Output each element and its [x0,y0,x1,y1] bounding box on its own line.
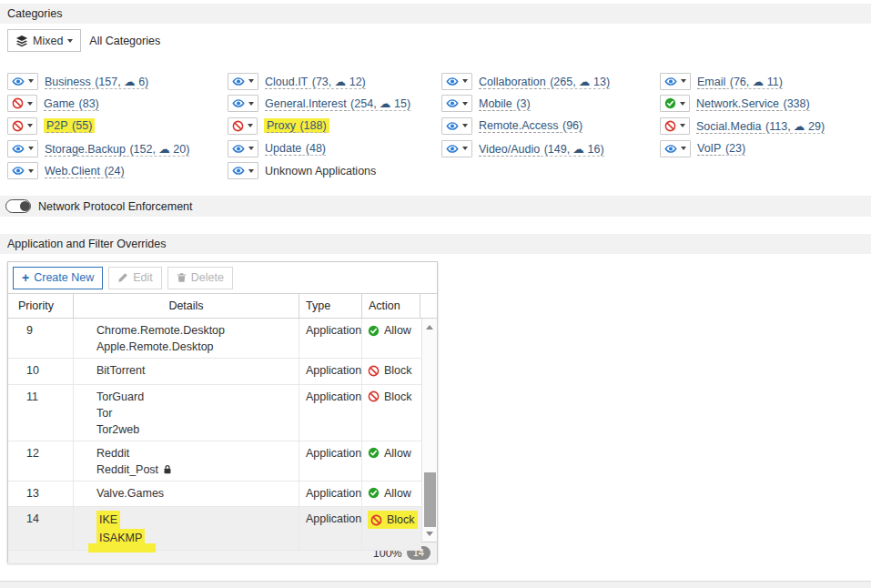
category-action-button-game[interactable] [7,95,37,112]
scrollbar-thumb[interactable] [424,472,436,527]
category-item-web-client: Web.Client (24) [7,159,228,182]
category-action-button-update[interactable] [228,140,258,157]
monitor-icon [12,165,25,177]
action-label: Block [387,512,415,528]
category-label[interactable]: VoIP [697,142,721,156]
overrides-section-header: Application and Filter Overrides [0,234,871,254]
category-count: (96) [560,119,583,133]
chevron-down-icon [680,102,685,106]
category-mode-dropdown[interactable]: Mixed [7,29,81,52]
category-action-button-collaboration[interactable] [441,73,472,90]
network-protocol-enforcement-toggle[interactable] [5,199,31,213]
category-text: Unknown Applications [265,165,376,177]
category-item-storage-backup: Storage.Backup (152, ☁ 20) [7,137,228,160]
category-action-button-storage-backup[interactable] [7,140,38,157]
category-label[interactable]: Storage.Backup [45,143,126,157]
category-mode-summary: All Categories [89,35,160,47]
category-label[interactable]: Update [265,142,301,156]
chevron-down-icon [28,147,34,150]
chevron-down-icon [681,147,686,150]
category-action-button-unknown-applications[interactable] [228,162,258,179]
category-label[interactable]: Proxy [267,119,296,133]
marker-highlight [88,543,156,553]
category-label[interactable]: P2P [46,119,68,133]
table-row-priority-14[interactable]: 14IKEISAKMPApplicationBlock [8,507,421,551]
category-label[interactable]: Email [697,76,725,89]
chevron-down-icon [462,79,468,83]
allow-icon [368,447,380,459]
category-count: (83) [76,97,99,111]
category-label: Unknown Applications [265,165,376,177]
category-label[interactable]: Mobile [479,97,512,111]
category-action-button-video-audio[interactable] [441,140,472,157]
create-new-button[interactable]: + Create New [13,267,103,289]
table-row-priority-10[interactable]: 10BitTorrentApplicationBlock [8,359,421,385]
lock-icon [163,464,172,474]
category-action-button-proxy[interactable] [228,117,258,135]
category-count: (24) [101,165,125,178]
detail-entry: Reddit_Post [96,461,299,478]
detail-entry: Tor [96,405,299,421]
category-label[interactable]: General.Interest [265,97,347,111]
category-action-button-business[interactable] [7,73,38,90]
category-text: General.Interest (254, ☁ 15) [265,96,410,110]
table-scrollbar[interactable] [421,319,437,542]
toggle-knob [20,201,30,211]
category-action-button-network-service[interactable] [660,95,690,112]
cell-type: Application [299,507,362,550]
category-action-button-voip[interactable] [660,140,691,157]
category-action-button-cloud-it[interactable] [228,73,258,90]
cell-type: Application [299,319,362,358]
column-header-action[interactable]: Action [362,294,420,318]
table-row-priority-13[interactable]: 13Valve.GamesApplicationAllow [8,482,421,508]
scroll-up-arrow[interactable] [422,320,437,333]
category-action-button-mobile[interactable] [441,95,472,112]
category-label[interactable]: Cloud.IT [265,76,308,89]
overrides-toolbar: + Create New Edit Delete [8,262,437,293]
category-label[interactable]: Social.Media [696,120,762,134]
category-label[interactable]: Business [45,76,91,89]
cell-priority: 14 [8,507,74,550]
table-row-priority-12[interactable]: 12RedditReddit_PostApplicationAllow [8,441,421,482]
column-header-details[interactable]: Details [74,294,299,318]
category-label[interactable]: Game [44,97,75,111]
delete-button[interactable]: Delete [167,267,233,289]
category-label[interactable]: Collaboration [479,76,546,89]
application-control-page: Categories Mixed All Categories Business… [0,0,871,588]
category-item-unknown-applications: Unknown Applications [228,159,441,182]
category-text: Remote.Access (96) [479,119,582,132]
column-header-spacer [420,294,437,318]
scroll-down-arrow[interactable] [422,527,437,540]
category-label[interactable]: Video/Audio [479,143,540,157]
column-header-type[interactable]: Type [299,294,362,318]
delete-label: Delete [191,271,224,284]
category-mode-row: Mixed All Categories [7,29,160,52]
block-icon [368,390,380,402]
category-action-button-general-interest[interactable] [228,95,258,112]
category-action-button-web-client[interactable] [7,162,38,179]
chevron-down-icon [27,102,33,106]
cell-action: Allow [362,319,421,358]
category-label[interactable]: Network.Service [696,97,779,111]
table-row-priority-11[interactable]: 11TorGuardTorTor2webApplicationBlock [8,385,421,441]
category-text: Mobile (3) [479,97,531,110]
category-label[interactable]: Web.Client [45,165,100,178]
category-action-button-p2p[interactable] [7,117,37,135]
monitor-icon [664,76,677,87]
block-icon [370,514,382,526]
category-action-button-social-media[interactable] [660,117,690,135]
category-count: (48) [302,142,326,156]
chevron-down-icon [681,79,686,83]
chevron-down-icon [680,124,685,127]
table-row-priority-9[interactable]: 9Chrome.Remote.DesktopApple.Remote.Deskt… [8,319,421,359]
category-text: Business (157, ☁ 6) [45,75,148,88]
monitor-icon [12,143,25,155]
next-section-edge [0,581,871,588]
chevron-down-icon [248,79,254,83]
category-count: (3) [513,97,531,111]
category-label[interactable]: Remote.Access [479,119,559,133]
column-header-priority[interactable]: Priority [8,294,74,318]
edit-button[interactable]: Edit [108,267,162,289]
category-action-button-remote-access[interactable] [441,117,472,135]
category-action-button-email[interactable] [660,73,691,90]
